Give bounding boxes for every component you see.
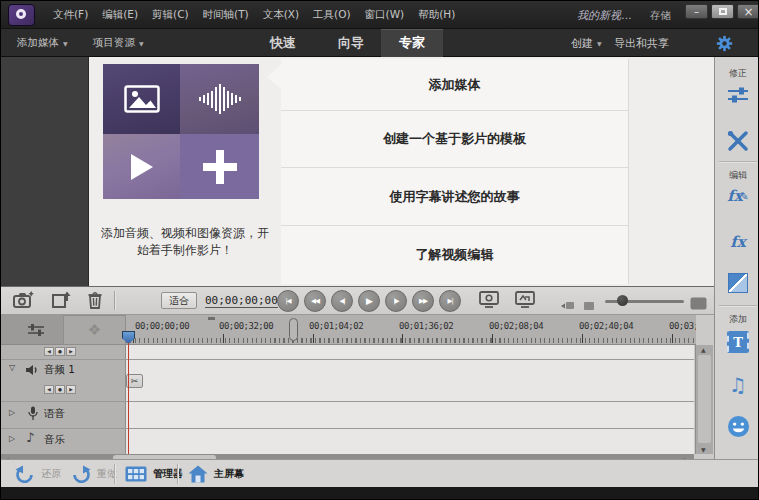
fit-button[interactable]: 适合	[161, 292, 197, 309]
expand-track-icon[interactable]: ▷	[9, 434, 15, 443]
app-window: 文件(F) 编辑(E) 剪辑(C) 时间轴(T) 文本(X) 工具(O) 窗口(…	[0, 0, 759, 500]
menu-file[interactable]: 文件(F)	[53, 8, 88, 22]
track-height-icon[interactable]	[27, 322, 45, 338]
organizer-button[interactable]: 管理器	[125, 460, 183, 488]
ruler-tick: 00;02;40;04	[579, 321, 633, 331]
marker-dash	[208, 317, 215, 320]
toolbar-divider	[114, 291, 115, 310]
timecode-display[interactable]: 00;00;00;00	[205, 294, 278, 308]
organizer-grid-icon	[125, 466, 147, 482]
bottom-toolbar: 还原 重做 管理器 主屏幕	[1, 459, 759, 487]
close-button[interactable]: ×	[737, 4, 759, 19]
project-assets-label: 项目资源	[93, 36, 135, 50]
frame-back-button[interactable]: ◀|	[331, 290, 353, 312]
list-item-movie-template[interactable]: 创建一个基于影片的模板	[281, 111, 628, 168]
redo-button[interactable]: 重做	[71, 460, 117, 488]
rotate-crop-icon[interactable]	[51, 291, 71, 313]
applied-effects-button[interactable]: fx ✎	[715, 187, 759, 205]
vertical-scroll-thumb[interactable]	[698, 355, 711, 443]
tab-guided[interactable]: 向导	[331, 29, 371, 57]
zoom-out-monitor-icon[interactable]	[561, 296, 574, 315]
fast-forward-button[interactable]: ▶▶	[412, 290, 434, 312]
zoom-in-monitor-icon[interactable]	[690, 295, 707, 314]
smiley-icon	[727, 415, 750, 438]
keyframe-nav-audio1: ◀ ● ▶	[44, 385, 76, 394]
zoom-slider-handle[interactable]	[617, 295, 628, 306]
prev-keyframe-button[interactable]: ◀	[44, 385, 54, 394]
menu-text[interactable]: 文本(X)	[263, 8, 299, 22]
prev-keyframe-button[interactable]: ◀	[44, 347, 54, 356]
menu-window[interactable]: 窗口(W)	[365, 8, 405, 22]
export-share-button[interactable]: 导出和共享	[614, 29, 669, 57]
mini-monitor-icon[interactable]	[515, 291, 535, 312]
home-button[interactable]: 主屏幕	[188, 460, 244, 488]
scroll-up-icon[interactable]: ▲	[701, 346, 706, 353]
tools-icon	[726, 129, 750, 153]
export-share-label: 导出和共享	[614, 36, 669, 51]
list-item-titles-story[interactable]: 使用字幕讲述您的故事	[281, 168, 628, 226]
rewind-button[interactable]: ◀◀	[304, 290, 326, 312]
waveform-icon	[199, 84, 241, 114]
image-icon	[124, 85, 160, 113]
bottombar-divider	[114, 464, 115, 484]
save-button[interactable]: 存储	[650, 9, 671, 23]
ruler-tick: 00;00;32;00	[219, 321, 273, 331]
plus-icon	[203, 150, 237, 184]
undo-button[interactable]: 还原	[15, 460, 61, 488]
maximize-button[interactable]	[711, 4, 734, 19]
monitor-settings-icon[interactable]	[479, 291, 499, 312]
frame-forward-button[interactable]: |▶	[385, 290, 407, 312]
tab-expert[interactable]: 专家	[381, 29, 443, 57]
menu-edit[interactable]: 编辑(E)	[102, 8, 138, 22]
minimize-button[interactable]: –	[685, 4, 708, 19]
tab-quick[interactable]: 快速	[263, 29, 303, 57]
next-keyframe-button[interactable]: ▶	[66, 385, 76, 394]
track-label-voice: 语音	[44, 407, 65, 421]
create-button[interactable]: 创建 ▼	[571, 29, 602, 57]
timeline-toolbar: 适合 00;00;00;00 |◀ ◀◀ ◀| ▶ |▶ ▶▶ ▶|	[1, 287, 714, 315]
track-label-audio1: 音频 1	[44, 363, 75, 377]
skip-to-start-button[interactable]: |◀	[277, 290, 299, 312]
project-assets-button[interactable]: 项目资源 ▼	[93, 29, 144, 57]
skip-to-end-button[interactable]: ▶|	[439, 290, 461, 312]
vertical-scrollbar[interactable]: ▲ ▼	[695, 345, 713, 454]
collapse-track-icon[interactable]: ▽	[9, 363, 15, 372]
left-panel-edge	[1, 57, 89, 286]
fx-label: fx	[730, 233, 745, 251]
scroll-down-icon[interactable]: ▼	[701, 446, 706, 453]
tools-button[interactable]	[715, 129, 759, 153]
titles-text-button[interactable]: T	[715, 331, 759, 353]
menu-help[interactable]: 帮助(H)	[418, 8, 455, 22]
track-area[interactable]: ◀ ● ▶ ▽ 音频 1 ◀ ● ▶ ▷ 语音 ▷ ♪	[1, 345, 694, 454]
section-add-label: 添加	[715, 313, 759, 326]
graphics-button[interactable]	[715, 415, 759, 438]
menu-clip[interactable]: 剪辑(C)	[152, 8, 189, 22]
work-area-marker[interactable]	[289, 318, 298, 341]
play-button[interactable]: ▶	[358, 290, 380, 312]
list-item-add-media[interactable]: 添加媒体	[281, 59, 628, 111]
menu-timeline[interactable]: 时间轴(T)	[203, 8, 249, 22]
add-media-button[interactable]: 添加媒体 ▼	[17, 29, 68, 57]
add-keyframe-button[interactable]: ●	[55, 347, 65, 356]
speaker-icon[interactable]	[25, 364, 39, 376]
ruler-tick: 00;02;08;04	[489, 321, 543, 331]
menu-tools[interactable]: 工具(O)	[313, 8, 350, 22]
pencil-icon: ✎	[740, 190, 749, 203]
small-monitor-icon[interactable]	[583, 296, 595, 315]
settings-gear-icon[interactable]	[716, 29, 733, 57]
expand-track-icon[interactable]: ▷	[9, 408, 15, 417]
list-item-learn-editing[interactable]: 了解视频编辑	[281, 226, 628, 283]
project-title: 我的新视...	[577, 8, 632, 23]
add-keyframe-button[interactable]: ●	[55, 385, 65, 394]
adjust-button[interactable]	[715, 85, 759, 105]
next-keyframe-button[interactable]: ▶	[66, 347, 76, 356]
home-label: 主屏幕	[214, 467, 244, 481]
effects-button[interactable]: fx	[715, 233, 759, 251]
music-button[interactable]: ♫	[715, 373, 759, 397]
delete-trash-icon[interactable]	[87, 291, 103, 313]
smart-trim-button[interactable]: ❖	[63, 315, 126, 345]
ruler-major-ticks	[133, 334, 696, 343]
transitions-button[interactable]	[715, 273, 759, 293]
section-fix-label: 修正	[715, 67, 759, 80]
capture-camera-icon[interactable]	[13, 291, 34, 312]
